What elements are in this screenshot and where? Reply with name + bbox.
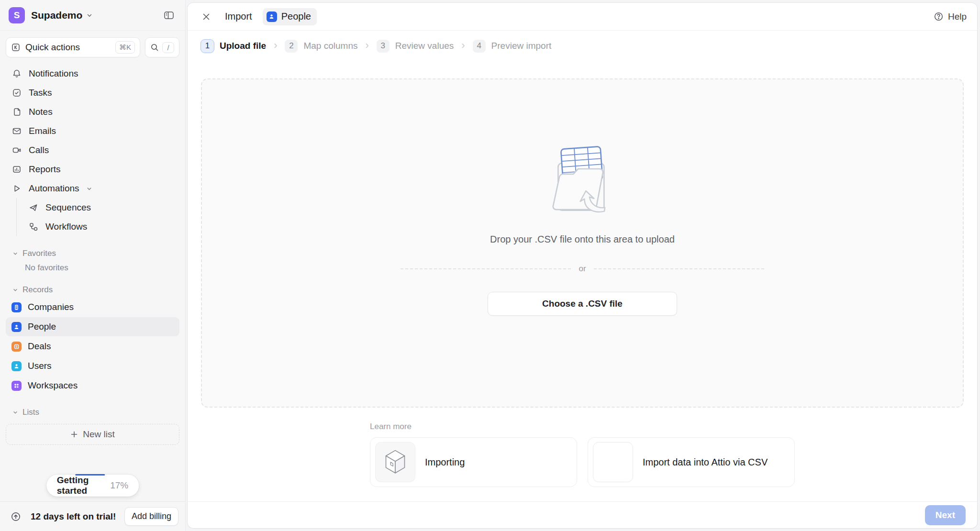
learn-card-import-video[interactable]: Import data into Attio via CSV [588,437,795,487]
sidebar: S Supademo Quick actions ⌘K / Notificati… [0,0,186,531]
add-billing-button[interactable]: Add billing [124,507,178,526]
sidebar-item-label: Reports [29,164,61,175]
divider-line [401,268,571,269]
import-header: Import People Help [188,3,977,31]
send-icon [28,203,39,212]
workspace-name[interactable]: Supademo [31,10,82,21]
sidebar-item-emails[interactable]: Emails [6,122,179,141]
step-map-columns[interactable]: 2 Map columns [285,40,357,53]
chevron-down-icon[interactable] [86,12,93,19]
chevron-down-icon [12,409,18,415]
help-button[interactable]: Help [934,11,967,22]
step-review-values[interactable]: 3 Review values [377,40,454,53]
sidebar-toggle-icon[interactable] [161,8,177,23]
workspaces-icon [11,381,22,391]
favorites-empty-note: No favorites [0,261,185,273]
sidebar-item-label: Notes [29,107,53,117]
new-list-label: New list [83,429,115,440]
csv-dropzone[interactable]: Drop your .CSV file onto this area to up… [201,78,964,408]
deals-icon: S [11,342,22,352]
step-label: Preview import [491,41,552,51]
learn-more-section: Learn more Importing Import [188,422,977,487]
section-label: Favorites [22,249,56,258]
choose-csv-button[interactable]: Choose a .CSV file [488,292,677,316]
sidebar-item-notifications[interactable]: Notifications [6,64,179,83]
sidebar-item-workflows[interactable]: Workflows [22,217,179,236]
record-label: Users [28,361,52,371]
command-key-icon [11,43,21,52]
quick-actions-row: Quick actions ⌘K / [6,37,179,57]
svg-text:S: S [15,345,18,348]
envelope-icon [11,126,22,136]
sidebar-item-automations[interactable]: Automations [6,179,179,198]
search-shortcut: / [162,42,174,53]
sidebar-item-label: Sequences [45,202,91,213]
page-title: Import [225,11,252,22]
step-number: 3 [377,40,390,53]
sidebar-item-deals[interactable]: S Deals [6,337,179,356]
wizard-footer: Next [188,501,977,528]
import-panel: Import People Help 1 Upload file › 2 Map… [188,3,977,528]
note-file-icon [11,107,22,117]
sidebar-item-tasks[interactable]: Tasks [6,83,179,102]
play-triangle-icon [11,184,22,193]
sidebar-item-label: Tasks [29,88,52,98]
close-icon[interactable] [198,9,214,25]
chevron-right-icon: › [365,40,368,52]
task-check-icon [11,88,22,98]
sidebar-item-label: Emails [29,126,56,136]
quick-actions-shortcut: ⌘K [115,41,135,54]
step-label: Review values [395,41,454,51]
learn-card-importing[interactable]: Importing [370,437,577,487]
companies-icon [11,302,22,312]
record-label: Companies [28,302,74,312]
sidebar-item-companies[interactable]: Companies [6,298,179,317]
help-label: Help [948,11,967,22]
or-divider: or [401,264,764,274]
sidebar-item-label: Automations [29,183,79,194]
sidebar-item-label: Notifications [29,68,78,79]
chevron-down-icon [12,251,18,256]
quick-actions-label: Quick actions [25,42,80,53]
dropzone-instruction: Drop your .CSV file onto this area to up… [490,234,675,245]
section-label: Records [22,285,53,295]
chevron-down-icon [12,287,18,293]
plus-icon [70,431,78,438]
automations-children: Sequences Workflows [16,198,179,236]
object-badge-people[interactable]: People [263,8,317,25]
favorites-section-header[interactable]: Favorites [6,247,179,260]
next-button[interactable]: Next [925,505,966,525]
sidebar-item-calls[interactable]: Calls [6,141,179,160]
lists-section-header[interactable]: Lists [6,406,179,419]
video-camera-icon [11,145,22,155]
getting-started-pill[interactable]: Getting started 17% [46,475,139,497]
chevron-down-icon [86,186,92,192]
step-number: 4 [473,40,486,53]
workspace-avatar[interactable]: S [9,7,25,23]
object-badge-label: People [281,11,311,22]
sidebar-item-sequences[interactable]: Sequences [22,198,179,217]
step-label: Map columns [303,41,357,51]
new-list-button[interactable]: New list [6,424,179,445]
sidebar-item-notes[interactable]: Notes [6,102,179,122]
sidebar-item-users[interactable]: Users [6,356,179,376]
step-label: Upload file [220,41,266,51]
record-label: Deals [28,341,51,352]
step-upload-file[interactable]: 1 Upload file [201,40,266,53]
sidebar-item-reports[interactable]: Reports [6,160,179,179]
sidebar-item-people[interactable]: People [6,317,179,336]
getting-started-label: Getting started [57,475,105,496]
sidebar-item-workspaces[interactable]: Workspaces [6,376,179,395]
chevron-right-icon: › [461,40,465,52]
search-button[interactable]: / [145,37,179,57]
video-thumbnail [593,442,633,482]
step-preview-import[interactable]: 4 Preview import [473,40,552,53]
records-section-header[interactable]: Records [6,283,179,297]
chevron-right-icon: › [274,40,277,52]
upgrade-arrow-icon[interactable] [7,508,25,526]
sidebar-nav: Notifications Tasks Notes Emails Calls R… [0,62,185,236]
quick-actions-button[interactable]: Quick actions ⌘K [6,37,140,57]
trial-message: 12 days left on trial! [31,511,116,522]
getting-started-percent: 17% [110,480,128,491]
bar-chart-icon [11,165,22,174]
